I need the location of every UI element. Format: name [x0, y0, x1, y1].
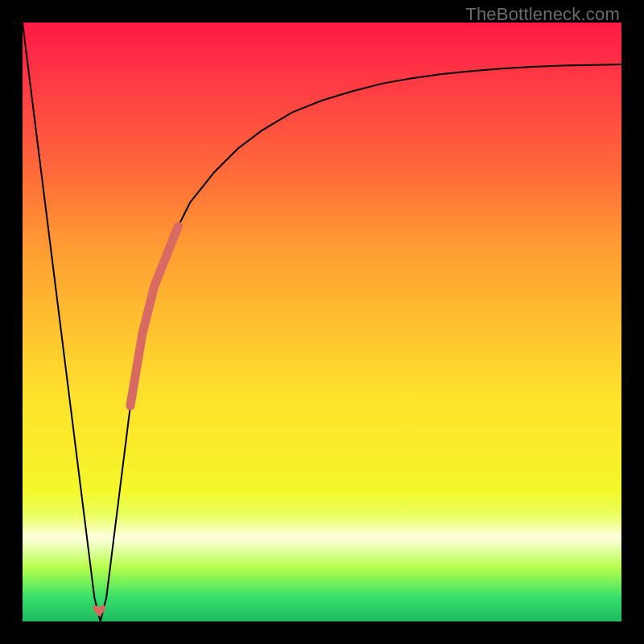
series-minimum-marker [93, 605, 105, 617]
series-group [23, 23, 621, 621]
plot-area [23, 23, 621, 621]
series-main-curve [23, 23, 621, 621]
chart-svg [23, 23, 621, 621]
series-highlight-segment [130, 226, 179, 406]
chart-frame: TheBottleneck.com [0, 0, 644, 644]
